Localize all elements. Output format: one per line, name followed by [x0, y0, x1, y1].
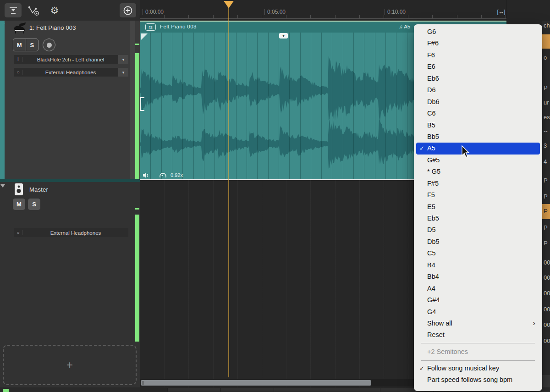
- menu-separator: [421, 343, 535, 343]
- menu-item-note-Bb5[interactable]: Bb5: [414, 131, 542, 143]
- ruler-time-label: 0:10.00: [385, 9, 406, 15]
- note-label: F#5: [427, 180, 439, 187]
- cutoff-text-fragment: 00: [544, 259, 550, 266]
- note-label: * G5: [427, 168, 440, 175]
- ruler-baseline: [140, 18, 506, 19]
- menu-item-note-G#5[interactable]: G#5: [414, 155, 542, 166]
- menu-item-note-E6[interactable]: E6: [414, 61, 542, 72]
- menu-item-note-F#5[interactable]: F#5: [414, 178, 542, 189]
- input-routing-select[interactable]: I BlackHole 2ch - Left channel ▾: [14, 55, 128, 64]
- automation-nodes-icon: [28, 5, 39, 16]
- menu-item-note-A4[interactable]: A4: [414, 283, 542, 294]
- clip-key-indicator[interactable]: ♫ A5: [399, 24, 410, 29]
- speaker-icon[interactable]: [143, 172, 149, 178]
- solo-button[interactable]: S: [28, 199, 40, 210]
- pitch-context-menu: G6F#6F6E6Eb6D6Db6C6B5Bb5✓A5G#5* G5F#5F5E…: [414, 24, 542, 391]
- master-title[interactable]: Master: [29, 186, 48, 193]
- menu-item-note-Db6[interactable]: Db6: [414, 96, 542, 108]
- menu-item-note-B5[interactable]: B5: [414, 120, 542, 131]
- level-meter: [135, 215, 139, 342]
- add-track-dropzone[interactable]: +: [3, 345, 137, 385]
- cutoff-text-fragment: P: [544, 177, 548, 184]
- speed-dial-icon[interactable]: [159, 172, 167, 179]
- menu-item-note-D5[interactable]: D5: [414, 224, 542, 236]
- menu-item-reset[interactable]: Reset: [414, 329, 542, 341]
- solo-button[interactable]: S: [26, 39, 38, 51]
- menu-item-note-G5[interactable]: * G5: [414, 166, 542, 177]
- track-title[interactable]: 1: Felt Piano 003: [29, 24, 76, 31]
- mute-button[interactable]: M: [13, 39, 26, 51]
- menu-item-note-D6[interactable]: D6: [414, 84, 542, 96]
- menu-item-note-A5[interactable]: ✓A5: [416, 143, 540, 154]
- menu-item-note-G6[interactable]: G6: [414, 26, 542, 38]
- music-note-icon: ♫: [399, 24, 403, 29]
- menu-separator: [421, 360, 535, 361]
- menu-item-note-B4[interactable]: B4: [414, 259, 542, 271]
- cutoff-text-fragment: --: [544, 127, 548, 134]
- cutoff-text-fragment: P: [544, 84, 548, 91]
- note-label: Eb5: [427, 215, 439, 222]
- playhead-marker[interactable]: [224, 1, 234, 8]
- ruler-tick: [384, 15, 384, 18]
- menu-item-note-Eb6[interactable]: Eb6: [414, 73, 542, 84]
- menu-item-note-Bb4[interactable]: Bb4: [414, 271, 542, 282]
- menu-item-note-C5[interactable]: C5: [414, 248, 542, 259]
- cutoff-text-fragment: 00: [544, 274, 550, 281]
- menu-item-note-G4[interactable]: G4: [414, 306, 542, 318]
- settings-button[interactable]: ⚙: [48, 4, 61, 17]
- note-label: Db6: [427, 98, 440, 105]
- track-header-felt-piano[interactable]: 1: Felt Piano 003 M S I BlackHole 2ch - …: [0, 21, 140, 179]
- cutoff-text-fragment: o: [544, 54, 547, 61]
- cutoff-text-fragment: 00: [544, 290, 550, 297]
- menu-item-follow-key[interactable]: ✓ Follow song musical key: [414, 363, 542, 374]
- menu-item-note-G#4[interactable]: G#4: [414, 294, 542, 306]
- note-label: E6: [427, 63, 435, 70]
- clip-dropdown-button[interactable]: ▾: [279, 33, 288, 39]
- output-marker: ○: [14, 70, 23, 75]
- mute-button[interactable]: M: [13, 199, 25, 210]
- chevron-down-icon[interactable]: ▾: [118, 68, 128, 77]
- output-routing-value: External Headphones: [23, 70, 118, 75]
- menu-item-note-E5[interactable]: E5: [414, 201, 542, 213]
- record-arm-button[interactable]: [43, 39, 55, 51]
- output-marker: ○: [14, 230, 23, 235]
- menu-item-note-Eb5[interactable]: Eb5: [414, 213, 542, 224]
- menu-item-note-Db5[interactable]: Db5: [414, 236, 542, 248]
- track-scroll-strip: [130, 21, 135, 179]
- clip-name: Felt Piano 003: [160, 24, 197, 29]
- chevron-down-icon[interactable]: ▾: [118, 55, 128, 64]
- master-output-select[interactable]: ○ External Headphones: [14, 228, 128, 237]
- track-collapse-arrow-icon[interactable]: [0, 184, 5, 188]
- cutoff-text-fragment: 00: [544, 337, 550, 344]
- playhead-line: [228, 8, 229, 377]
- cutoff-text-fragment: 00: [544, 321, 550, 328]
- cutoff-text-fragment: 4: [544, 158, 547, 165]
- menu-item-note-F5[interactable]: F5: [414, 189, 542, 201]
- menu-item-note-F#6[interactable]: F#6: [414, 38, 542, 49]
- scrollbar-grip-tick: [143, 381, 143, 385]
- track-list-options-button[interactable]: [5, 3, 22, 17]
- level-meter: [135, 53, 139, 179]
- add-track-button[interactable]: [120, 3, 136, 17]
- note-label: G#4: [427, 296, 440, 304]
- semitones-label: +2 Semitones: [427, 348, 468, 355]
- clip-speed-value[interactable]: 0.92x: [170, 172, 183, 178]
- automation-button[interactable]: [27, 4, 40, 17]
- timeline-ruler[interactable]: [140, 0, 550, 21]
- mouse-cursor: [461, 145, 471, 158]
- right-panel-footer-cutoff: [542, 375, 550, 387]
- menu-item-note-F6[interactable]: F6: [414, 50, 542, 61]
- track-collapse-arrow-icon[interactable]: [0, 23, 5, 27]
- zoom-to-fit-button[interactable]: [↔]: [495, 6, 507, 17]
- note-label: E5: [427, 203, 435, 210]
- gear-icon: ⚙: [50, 4, 59, 17]
- menu-item-note-C6[interactable]: C6: [414, 108, 542, 119]
- clip-rs-badge[interactable]: rs: [145, 23, 156, 31]
- menu-item-show-all[interactable]: Show all ›: [414, 318, 542, 329]
- menu-item-part-speed[interactable]: Part speed follows song bpm: [414, 374, 542, 386]
- output-routing-select[interactable]: ○ External Headphones ▾: [14, 68, 128, 77]
- horizontal-scrollbar-handle[interactable]: [141, 380, 371, 386]
- fade-in-handle[interactable]: [141, 33, 148, 40]
- note-label: B5: [427, 121, 435, 129]
- clip-left-bracket-handle[interactable]: [140, 97, 144, 111]
